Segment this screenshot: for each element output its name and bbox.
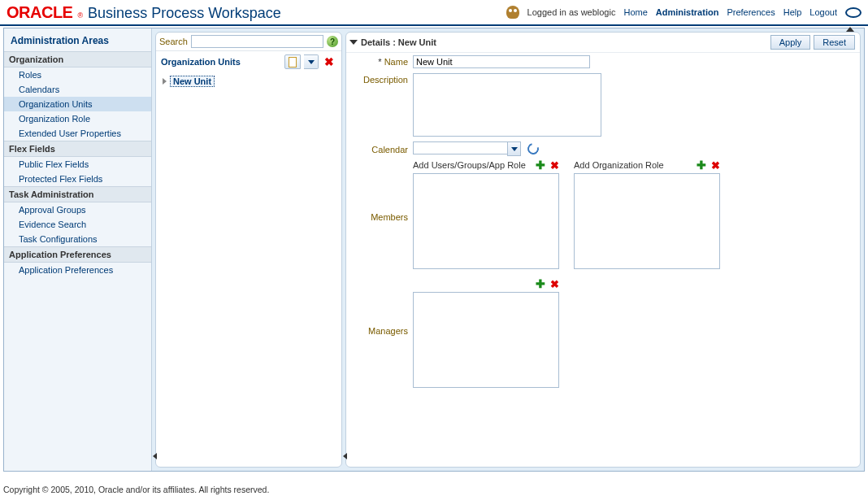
reset-button[interactable]: Reset: [814, 35, 855, 50]
name-row: * Name: [346, 53, 860, 71]
brand-oval-icon: [845, 7, 861, 18]
search-bar: Search ?: [156, 33, 341, 51]
description-input[interactable]: [413, 73, 601, 137]
sidebar-item-extended-user-properties[interactable]: Extended User Properties: [4, 126, 151, 141]
members-dual: Add Users/Groups/App Role ✚ ✖ Add Organi…: [346, 159, 860, 269]
calendar-input[interactable]: [413, 141, 507, 154]
splitter-handle-icon[interactable]: [343, 450, 348, 462]
sidebar-group-task-administration[interactable]: Task Administration: [4, 186, 151, 202]
name-label: * Name: [353, 55, 413, 67]
name-input[interactable]: [413, 55, 590, 68]
org-units-tree: New Unit: [156, 72, 341, 90]
tree-label-new-unit[interactable]: New Unit: [170, 76, 215, 87]
top-links: Logged in as weblogic Home Administratio…: [506, 6, 861, 19]
top-bar: ORACLE® Business Process Workspace Logge…: [0, 0, 868, 26]
delete-unit-button[interactable]: ✖: [322, 55, 336, 68]
add-users-listbox[interactable]: [413, 173, 559, 269]
add-users-header: Add Users/Groups/App Role ✚ ✖: [413, 159, 559, 172]
add-users-block: Add Users/Groups/App Role ✚ ✖: [413, 159, 559, 269]
sidebar-group-application-preferences[interactable]: Application Preferences: [4, 246, 151, 263]
sidebar-item-evidence-search[interactable]: Evidence Search: [4, 217, 151, 232]
tree-node-new-unit[interactable]: New Unit: [163, 76, 335, 87]
sidebar-item-public-flex-fields[interactable]: Public Flex Fields: [4, 157, 151, 172]
search-label: Search: [159, 37, 188, 46]
description-row: Description: [346, 71, 860, 139]
managers-block: ✚ ✖: [413, 272, 559, 388]
add-orgrole-block: Add Organization Role ✚ ✖: [574, 159, 720, 269]
org-units-title: Organization Units: [161, 57, 281, 67]
admin-sidebar: Administration Areas Organization Roles …: [4, 28, 152, 471]
brand-reg: ®: [77, 11, 83, 20]
org-units-panel: Search ? Organization Units ✖ New Unit: [155, 32, 342, 468]
disclosure-arrow-icon[interactable]: [349, 40, 358, 45]
new-unit-dropdown[interactable]: [304, 54, 319, 69]
home-link[interactable]: Home: [623, 7, 647, 17]
help-icon[interactable]: ?: [327, 36, 338, 47]
logout-link[interactable]: Logout: [809, 7, 837, 17]
add-orgrole-listbox[interactable]: [574, 173, 720, 269]
brand-oracle: ORACLE: [7, 3, 72, 22]
managers-header: ✚ ✖: [413, 277, 559, 290]
calendar-label: Calendar: [353, 143, 413, 154]
main-area: Administration Areas Organization Roles …: [3, 28, 865, 472]
calendar-row: Calendar: [346, 139, 860, 159]
detail-title: Details : New Unit: [361, 37, 767, 47]
sidebar-group-organization[interactable]: Organization: [4, 51, 151, 67]
administration-link[interactable]: Administration: [656, 7, 719, 17]
calendar-combo: [413, 141, 521, 156]
managers-plus-button[interactable]: ✚: [536, 277, 545, 290]
chevron-down-icon: [511, 147, 518, 151]
managers-remove-button[interactable]: ✖: [550, 278, 559, 290]
apply-button[interactable]: Apply: [770, 35, 811, 50]
calendar-dropdown-button[interactable]: [507, 141, 521, 156]
managers-block-wrap: ✚ ✖: [346, 272, 860, 388]
add-orgrole-plus-button[interactable]: ✚: [697, 159, 706, 172]
tree-expand-icon[interactable]: [163, 78, 167, 85]
chevron-down-icon: [308, 60, 315, 64]
description-label: Description: [353, 73, 413, 85]
managers-label: Managers: [353, 326, 413, 336]
new-unit-button[interactable]: [284, 54, 301, 69]
sidebar-item-organization-role[interactable]: Organization Role: [4, 111, 151, 126]
members-label: Members: [353, 212, 413, 222]
add-orgrole-label: Add Organization Role: [574, 160, 664, 170]
sidebar-title: Administration Areas: [4, 32, 151, 51]
sidebar-group-flex-fields[interactable]: Flex Fields: [4, 141, 151, 157]
search-input[interactable]: [191, 35, 323, 48]
brand: ORACLE® Business Process Workspace: [7, 3, 281, 22]
detail-header: Details : New Unit Apply Reset: [346, 33, 860, 53]
logged-in-text: Logged in as weblogic: [527, 7, 616, 17]
add-orgrole-header: Add Organization Role ✚ ✖: [574, 159, 720, 172]
sidebar-item-approval-groups[interactable]: Approval Groups: [4, 202, 151, 217]
add-users-label: Add Users/Groups/App Role: [413, 160, 526, 170]
brand-workspace: Business Process Workspace: [88, 5, 281, 22]
detail-panel: Details : New Unit Apply Reset * Name De…: [345, 32, 861, 468]
help-link[interactable]: Help: [783, 7, 802, 17]
sidebar-item-roles[interactable]: Roles: [4, 67, 151, 82]
name-label-text: Name: [384, 57, 408, 67]
footer-copyright: Copyright © 2005, 2010, Oracle and/or it…: [3, 485, 269, 494]
add-users-plus-button[interactable]: ✚: [536, 159, 545, 172]
splitter-handle-icon[interactable]: [153, 450, 158, 462]
new-document-icon: [289, 57, 297, 67]
sidebar-item-calendars[interactable]: Calendars: [4, 82, 151, 97]
sidebar-item-task-configurations[interactable]: Task Configurations: [4, 232, 151, 246]
managers-listbox[interactable]: [413, 292, 559, 388]
org-units-header: Organization Units ✖: [156, 51, 341, 72]
add-users-remove-button[interactable]: ✖: [550, 159, 559, 172]
user-icon: [506, 6, 519, 19]
preferences-link[interactable]: Preferences: [727, 7, 775, 17]
sidebar-item-protected-flex-fields[interactable]: Protected Flex Fields: [4, 172, 151, 186]
refresh-icon[interactable]: [525, 141, 540, 156]
sidebar-item-organization-units[interactable]: Organization Units: [4, 97, 151, 111]
add-orgrole-remove-button[interactable]: ✖: [711, 159, 720, 172]
sidebar-item-application-preferences[interactable]: Application Preferences: [4, 263, 151, 277]
